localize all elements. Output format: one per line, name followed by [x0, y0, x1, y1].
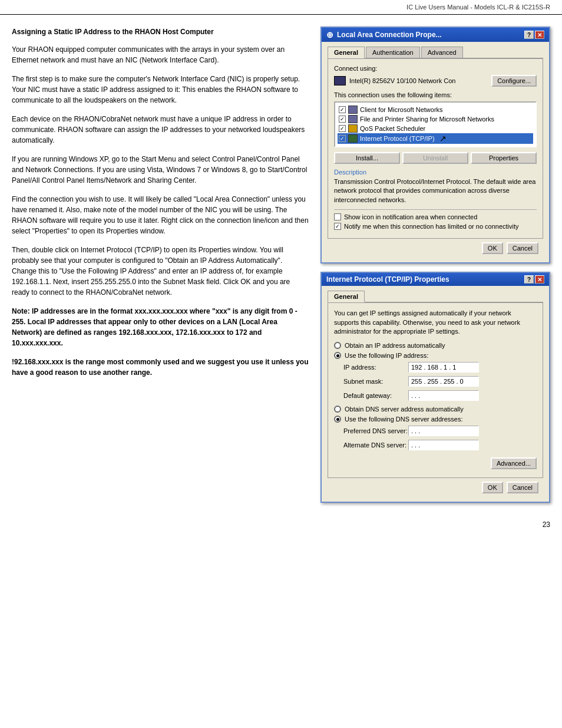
tab-general[interactable]: General	[328, 47, 365, 58]
ip-address-input[interactable]: 192 . 168 . 1 . 1	[408, 362, 479, 373]
radio-dns-obtain-label: Obtain DNS server address automatically	[345, 406, 464, 413]
page-body: Assigning a Static IP Address to the RHA…	[0, 15, 562, 515]
section-title: Assigning a Static IP Address to the RHA…	[12, 27, 309, 37]
uninstall-button[interactable]: Uninstall	[402, 152, 468, 164]
tcpip-intro-text: You can get IP settings assigned automat…	[334, 309, 537, 336]
paragraph-1: Your RHAON equipped computer communicate…	[12, 44, 309, 65]
dialog2-title-left: Internet Protocol (TCP/IP) Properties	[326, 275, 449, 284]
dialog2-title-text: Internet Protocol (TCP/IP) Properties	[326, 275, 449, 284]
tab-authentication[interactable]: Authentication	[366, 47, 420, 58]
checkbox-sharing[interactable]: ✓	[339, 116, 346, 123]
radio-use-following[interactable]: Use the following IP address:	[334, 352, 537, 359]
paragraph-5: Find the connection you wish to use. It …	[12, 194, 309, 236]
install-button[interactable]: Install...	[334, 152, 400, 164]
paragraph-2: The first step is to make sure the compu…	[12, 74, 309, 106]
paragraph-6: Then, double click on Internet Protocol …	[12, 245, 309, 298]
connect-row: Intel(R) 82562V 10/100 Network Con Confi…	[334, 75, 537, 87]
preferred-dns-input[interactable]: . . .	[408, 426, 479, 436]
default-gateway-row: Default gateway: . . .	[343, 390, 537, 401]
paragraph-3: Each device on the RHAON/CobraNet networ…	[12, 114, 309, 146]
show-icon-checkbox-row: Show icon in notification area when conn…	[334, 213, 537, 220]
checkbox-show-icon[interactable]	[334, 213, 341, 220]
cursor-arrow-icon: ↗	[439, 134, 447, 143]
radio-obtain-icon	[334, 342, 341, 349]
separator	[334, 209, 537, 210]
alternate-dns-row: Alternate DNS server: . . .	[343, 440, 537, 450]
subnet-mask-row: Subnet mask: 255 . 255 . 255 . 0	[343, 376, 537, 387]
list-item[interactable]: ✓ Internet Protocol (TCP/IP) ↗	[338, 133, 533, 144]
lan-properties-dialog: ⊕ Local Area Connection Prope... ? ✕ Gen…	[320, 27, 550, 263]
dialog2-close-btn[interactable]: ✕	[535, 275, 544, 284]
sharing-icon	[348, 115, 358, 123]
dialog1-title-icon: ⊕	[326, 30, 333, 39]
radio-dns-obtain-auto[interactable]: Obtain DNS server address automatically	[334, 406, 537, 413]
radio-obtain-auto[interactable]: Obtain an IP address automatically	[334, 342, 537, 349]
checkbox-tcpip[interactable]: ✓	[339, 135, 346, 142]
client-icon	[348, 106, 358, 114]
tab-advanced[interactable]: Advanced	[421, 47, 463, 58]
properties-button[interactable]: Properties	[471, 152, 537, 164]
dialog2-content: General You can get IP settings assigned…	[322, 286, 549, 502]
nic-name: Intel(R) 82562V 10/100 Network Con	[349, 77, 488, 84]
item-label: Internet Protocol (TCP/IP)	[360, 135, 435, 142]
dialog1-window-controls: ? ✕	[524, 31, 544, 39]
tcpip-properties-dialog: Internet Protocol (TCP/IP) Properties ? …	[320, 272, 550, 503]
default-gateway-label: Default gateway:	[343, 392, 408, 399]
dialog1-content: General Authentication Advanced Connect …	[322, 42, 549, 262]
ip-fields-section: IP address: 192 . 168 . 1 . 1 Subnet mas…	[343, 362, 537, 401]
checkbox-client[interactable]: ✓	[339, 106, 346, 113]
dialog2-help-btn[interactable]: ?	[524, 275, 534, 284]
tab-general-tcpip[interactable]: General	[328, 291, 365, 302]
dialog2-titlebar: Internet Protocol (TCP/IP) Properties ? …	[322, 273, 549, 286]
page-footer: 23	[0, 515, 562, 535]
checkbox-qos[interactable]: ✓	[339, 125, 346, 132]
advanced-row: Advanced...	[334, 455, 537, 472]
page-number: 23	[543, 521, 550, 529]
dialog2-inner: You can get IP settings assigned automat…	[328, 302, 543, 478]
notify-checkbox-row: ✓ Notify me when this connection has lim…	[334, 223, 537, 230]
preferred-dns-label: Preferred DNS server:	[343, 427, 408, 434]
nic-icon	[334, 76, 346, 85]
items-label: This connection uses the following items…	[334, 91, 537, 98]
advanced-button[interactable]: Advanced...	[491, 457, 537, 469]
radio-dns-use-following[interactable]: Use the following DNS server addresses:	[334, 416, 537, 423]
radio-use-icon	[334, 352, 341, 359]
qos-icon	[348, 124, 358, 133]
ip-address-row: IP address: 192 . 168 . 1 . 1	[343, 362, 537, 373]
notify-label: Notify me when this connection has limit…	[344, 223, 519, 230]
dialog1-help-btn[interactable]: ?	[524, 31, 534, 39]
item-label: File and Printer Sharing for Microsoft N…	[360, 116, 494, 123]
header-title: IC Live Users Manual - Models ICL-R & IC…	[406, 4, 550, 11]
radio-dns-use-label: Use the following DNS server addresses:	[345, 416, 463, 423]
tcpip-icon	[348, 134, 358, 143]
page-header: IC Live Users Manual - Models ICL-R & IC…	[0, 0, 562, 15]
dialog2-ok-button[interactable]: OK	[482, 482, 503, 493]
show-icon-label: Show icon in notification area when conn…	[344, 213, 477, 220]
dialog1-title-text: Local Area Connection Prope...	[337, 31, 442, 39]
right-column: ⊕ Local Area Connection Prope... ? ✕ Gen…	[320, 27, 550, 503]
subnet-mask-input[interactable]: 255 . 255 . 255 . 0	[408, 376, 479, 387]
dialog1-cancel-button[interactable]: Cancel	[507, 242, 538, 254]
alternate-dns-label: Alternate DNS server:	[343, 442, 408, 449]
ip-address-label: IP address:	[343, 364, 408, 371]
configure-button[interactable]: Configure...	[491, 75, 537, 87]
list-item: ✓ Client for Microsoft Networks	[338, 105, 533, 114]
alternate-dns-input[interactable]: . . .	[408, 440, 479, 450]
default-gateway-input[interactable]: . . .	[408, 390, 479, 401]
checkbox-notify[interactable]: ✓	[334, 223, 341, 230]
dialog1-ok-button[interactable]: OK	[482, 242, 503, 254]
connect-using-label: Connect using:	[334, 65, 537, 72]
dialog2-ok-cancel: OK Cancel	[328, 478, 543, 497]
dialog1-close-btn[interactable]: ✕	[535, 31, 544, 39]
description-label: Description	[334, 169, 537, 176]
subnet-mask-label: Subnet mask:	[343, 378, 408, 385]
left-column: Assigning a Static IP Address to the RHA…	[12, 27, 309, 503]
description-text: Transmission Control Protocol/Internet P…	[334, 177, 537, 205]
list-item: ✓ File and Printer Sharing for Microsoft…	[338, 114, 533, 124]
dns-section: Obtain DNS server address automatically …	[334, 406, 537, 450]
dialog1-title-left: ⊕ Local Area Connection Prope...	[326, 30, 442, 39]
range-note: !92.168.xxx.xxx is the range most common…	[12, 357, 309, 378]
dialog2-cancel-button[interactable]: Cancel	[507, 482, 538, 493]
paragraph-4: If you are running Windows XP, go to the…	[12, 154, 309, 186]
dialog2-window-controls: ? ✕	[524, 275, 544, 284]
